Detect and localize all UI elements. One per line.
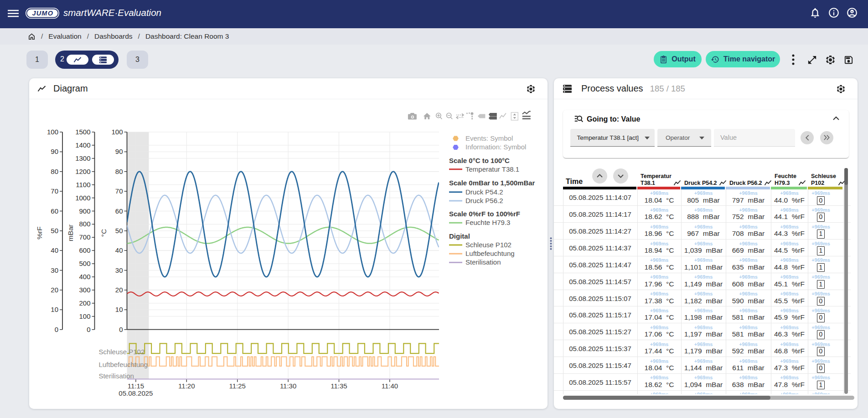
svg-text:70: 70 xyxy=(115,187,123,195)
svg-text:10: 10 xyxy=(115,306,123,313)
svg-text:900: 900 xyxy=(79,207,90,215)
svg-text:1100: 1100 xyxy=(76,181,90,189)
svg-text:11:35: 11:35 xyxy=(331,382,347,390)
svg-text:05.08.2025: 05.08.2025 xyxy=(119,389,153,397)
svg-text:1200: 1200 xyxy=(75,168,90,175)
svg-text:JUMO: JUMO xyxy=(32,10,53,17)
svg-text:300: 300 xyxy=(79,286,90,294)
svg-text:10: 10 xyxy=(51,306,58,313)
svg-text:80: 80 xyxy=(51,168,58,175)
svg-text:Feuchte H79.3: Feuchte H79.3 xyxy=(465,219,510,226)
svg-text:11:20: 11:20 xyxy=(178,382,195,390)
svg-text:Temperatur T38.1: Temperatur T38.1 xyxy=(465,165,519,173)
svg-text:Sterilisation: Sterilisation xyxy=(98,372,134,380)
svg-text:mBar: mBar xyxy=(67,224,74,241)
svg-text:Scale 0°C to 100°C: Scale 0°C to 100°C xyxy=(449,157,510,164)
svg-text:0: 0 xyxy=(119,326,123,333)
svg-text:0: 0 xyxy=(55,326,58,333)
svg-text:20: 20 xyxy=(51,286,58,294)
svg-text:60: 60 xyxy=(51,207,58,215)
svg-text:Luftbefeuchtung: Luftbefeuchtung xyxy=(98,361,148,368)
svg-text:Schleuse P102: Schleuse P102 xyxy=(98,348,145,356)
svg-text:1400: 1400 xyxy=(75,141,90,149)
svg-text:Digital: Digital xyxy=(449,232,470,240)
svg-text:800: 800 xyxy=(79,220,90,228)
svg-text:400: 400 xyxy=(79,273,90,280)
svg-text:1500: 1500 xyxy=(75,128,90,136)
svg-text:1300: 1300 xyxy=(75,154,90,162)
svg-text:11:15: 11:15 xyxy=(128,382,144,390)
svg-text:Druck P54.2: Druck P54.2 xyxy=(465,188,503,196)
svg-text:Druck P56.2: Druck P56.2 xyxy=(465,197,503,204)
svg-text:80: 80 xyxy=(115,168,123,175)
svg-text:Scale 0mBar to 1,500mBar: Scale 0mBar to 1,500mBar xyxy=(449,179,535,187)
svg-text:100: 100 xyxy=(47,128,58,136)
svg-text:40: 40 xyxy=(51,246,58,254)
svg-text:40: 40 xyxy=(115,246,123,254)
svg-text:100: 100 xyxy=(111,128,123,136)
svg-text:500: 500 xyxy=(79,260,90,267)
svg-text:600: 600 xyxy=(79,246,90,254)
svg-text:0: 0 xyxy=(87,326,90,333)
svg-text:11:25: 11:25 xyxy=(229,382,245,390)
svg-text:Luftbefeuchtung: Luftbefeuchtung xyxy=(465,250,515,257)
svg-text:11:40: 11:40 xyxy=(382,382,398,390)
svg-text:50: 50 xyxy=(51,227,58,234)
svg-text:11:30: 11:30 xyxy=(280,382,296,390)
svg-text:%rF: %rF xyxy=(36,226,43,239)
svg-text:Information: Symbol: Information: Symbol xyxy=(465,143,526,151)
svg-text:30: 30 xyxy=(115,266,123,274)
svg-text:200: 200 xyxy=(79,299,90,307)
svg-text:700: 700 xyxy=(79,233,90,241)
svg-text:Schleuse P102: Schleuse P102 xyxy=(465,241,512,249)
svg-text:100: 100 xyxy=(79,312,90,320)
svg-text:Sterilisation: Sterilisation xyxy=(465,258,501,266)
svg-text:60: 60 xyxy=(115,207,123,215)
svg-text:Scale 0%rF to 100%rF: Scale 0%rF to 100%rF xyxy=(449,210,520,218)
svg-text:50: 50 xyxy=(115,227,123,234)
svg-text:1000: 1000 xyxy=(75,194,90,202)
svg-text:20: 20 xyxy=(115,286,123,294)
svg-text:90: 90 xyxy=(115,148,123,155)
svg-text:90: 90 xyxy=(51,148,58,155)
svg-text:70: 70 xyxy=(51,187,58,195)
svg-text:30: 30 xyxy=(51,266,58,274)
svg-text:Events: Symbol: Events: Symbol xyxy=(465,134,513,142)
svg-text:°C: °C xyxy=(100,229,108,237)
